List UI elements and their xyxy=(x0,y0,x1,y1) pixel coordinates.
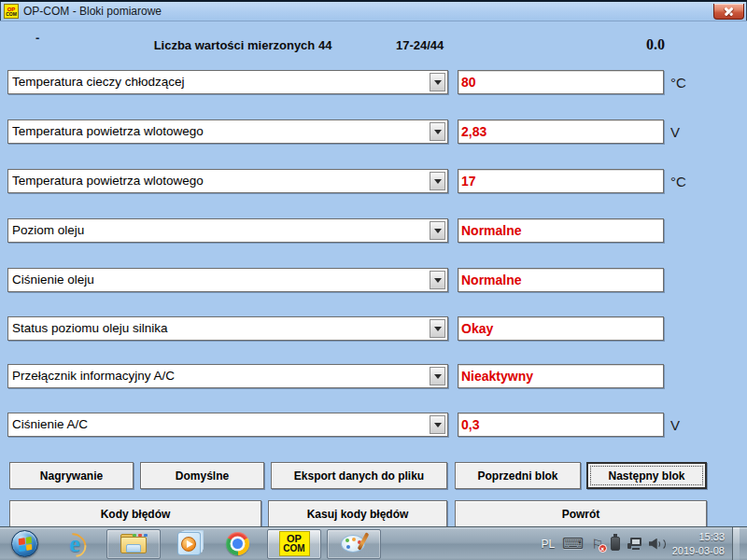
button-powr-t[interactable]: Powrót xyxy=(455,500,707,527)
parameter-dropdown[interactable]: Ciśnienie A/C xyxy=(7,413,448,437)
parameter-dropdown[interactable]: Poziom oleju xyxy=(7,218,448,243)
value-field[interactable]: Normalne xyxy=(458,218,664,243)
unit-label: V xyxy=(670,413,680,437)
parameter-dropdown[interactable]: Temperatura powietrza wlotowego xyxy=(7,169,448,193)
button-kody-b-d-w[interactable]: Kody błędów xyxy=(9,500,261,527)
header-dash: - xyxy=(35,31,39,45)
chevron-down-icon[interactable] xyxy=(430,367,445,385)
network-icon[interactable] xyxy=(627,538,641,550)
parameter-dropdown[interactable]: Przełącznik informacyjny A/C xyxy=(7,364,448,388)
media-player-icon xyxy=(177,532,201,555)
taskbar-item-windows-media-player[interactable] xyxy=(170,529,207,559)
taskbar: eOPCOM PL ⌨ ⚐x 15:33 2019-03-08 xyxy=(0,526,747,560)
value-text: Nieaktywny xyxy=(461,365,533,387)
measurement-row: Temperatura powietrza wlotowego17°C xyxy=(0,169,747,193)
button-nagrywanie[interactable]: Nagrywanie xyxy=(9,462,134,489)
parameter-dropdown-value: Temperatura powietrza wlotowego xyxy=(12,170,427,192)
unit-label: °C xyxy=(670,70,686,94)
header-extra-value: 0.0 xyxy=(616,36,665,53)
value-text: 17 xyxy=(461,170,476,192)
action-center-error-badge: x xyxy=(599,544,607,553)
value-field[interactable]: Nieaktywny xyxy=(458,364,664,388)
block-range-label: 17-24/44 xyxy=(396,38,444,52)
measurement-row: Temperatura cieczy chłodzącej80°C xyxy=(0,70,747,94)
window-title: OP-COM - Bloki pomiarowe xyxy=(23,5,162,18)
chevron-down-icon[interactable] xyxy=(430,122,445,141)
button-kasuj-kody-b-d-w[interactable]: Kasuj kody błędów xyxy=(268,500,447,527)
value-text: 0,3 xyxy=(461,413,479,436)
measurement-row: Ciśnienie A/C0,3V xyxy=(0,413,747,437)
chevron-down-icon[interactable] xyxy=(430,172,445,190)
button-poprzedni-blok[interactable]: Poprzedni blok xyxy=(455,462,581,489)
parameter-dropdown-value: Temperatura cieczy chłodzącej xyxy=(12,71,427,93)
chrome-icon xyxy=(226,532,249,555)
language-indicator[interactable]: PL xyxy=(541,538,555,551)
parameter-dropdown-value: Ciśnienie oleju xyxy=(12,269,427,291)
taskbar-item-paint[interactable] xyxy=(327,529,381,559)
folder-icon xyxy=(120,534,147,553)
value-field[interactable]: 0,3 xyxy=(458,413,664,437)
chevron-down-icon[interactable] xyxy=(430,73,445,91)
value-field[interactable]: 80 xyxy=(458,70,664,94)
parameter-dropdown-value: Ciśnienie A/C xyxy=(12,413,427,436)
measurement-row: Przełącznik informacyjny A/CNieaktywny xyxy=(0,364,747,388)
button-domy-lne[interactable]: Domyślne xyxy=(140,462,264,489)
parameter-dropdown[interactable]: Ciśnienie oleju xyxy=(7,268,448,292)
parameter-dropdown-value: Status poziomu oleju silnika xyxy=(12,317,427,340)
opcom-app-icon: OP COM xyxy=(4,4,19,19)
keyboard-icon[interactable]: ⌨ xyxy=(562,535,584,553)
taskbar-apps: eOPCOM xyxy=(0,527,385,560)
paint-icon xyxy=(341,533,367,554)
chevron-down-icon[interactable] xyxy=(430,271,445,289)
value-text: 80 xyxy=(461,71,476,93)
value-field[interactable]: Normalne xyxy=(458,268,664,292)
parameter-dropdown[interactable]: Temperatura cieczy chłodzącej xyxy=(7,70,448,94)
measurement-row: Temperatura powietrza wlotowego2,83V xyxy=(0,119,747,144)
chevron-down-icon[interactable] xyxy=(430,415,445,434)
value-field[interactable]: 2,83 xyxy=(458,119,664,144)
unit-label: V xyxy=(670,119,680,144)
title-bar: OP COM OP-COM - Bloki pomiarowe xyxy=(0,0,747,21)
taskbar-item-internet-explorer[interactable]: e xyxy=(56,529,93,559)
parameter-dropdown-value: Poziom oleju xyxy=(12,219,427,242)
value-field[interactable]: 17 xyxy=(458,169,664,193)
measurement-row: Ciśnienie olejuNormalne xyxy=(0,268,747,292)
chevron-down-icon[interactable] xyxy=(430,221,445,240)
battery-icon[interactable] xyxy=(611,537,620,551)
measured-count-label: Liczba wartości mierzonych 44 xyxy=(120,38,366,52)
button-nast-pny-blok[interactable]: Następny blok xyxy=(586,462,707,489)
clock-date: 2019-03-08 xyxy=(672,544,725,557)
value-field[interactable]: Okay xyxy=(458,316,664,341)
system-tray: PL ⌨ ⚐x 15:33 2019-03-08 xyxy=(541,527,747,560)
taskbar-item-start[interactable] xyxy=(6,529,43,559)
unit-label: °C xyxy=(670,169,686,193)
measurement-row: Status poziomu oleju silnikaOkay xyxy=(0,316,747,341)
app-icon-text-bottom: COM xyxy=(6,12,17,17)
parameter-dropdown-value: Przełącznik informacyjny A/C xyxy=(12,365,427,387)
taskbar-item-windows-explorer[interactable] xyxy=(106,529,161,559)
value-text: Normalne xyxy=(461,269,522,291)
measurement-row: Poziom olejuNormalne xyxy=(0,218,747,243)
parameter-dropdown[interactable]: Temperatura powietrza wlotowego xyxy=(7,119,448,144)
clock-time: 15:33 xyxy=(672,530,725,543)
chevron-down-icon[interactable] xyxy=(430,319,445,338)
internet-explorer-icon: e xyxy=(61,530,89,558)
opcom-icon: OPCOM xyxy=(279,531,310,556)
parameter-dropdown-value: Temperatura powietrza wlotowego xyxy=(12,120,427,143)
taskbar-item-op-com[interactable]: OPCOM xyxy=(267,529,321,559)
show-desktop-button[interactable] xyxy=(732,527,740,560)
parameter-dropdown[interactable]: Status poziomu oleju silnika xyxy=(7,316,448,341)
value-text: 2,83 xyxy=(461,120,486,143)
taskbar-item-google-chrome[interactable] xyxy=(218,529,256,559)
close-button[interactable] xyxy=(713,4,744,20)
close-icon xyxy=(725,7,733,16)
button-eksport-danych-do-pliku[interactable]: Eksport danych do pliku xyxy=(271,462,447,489)
volume-icon[interactable] xyxy=(649,538,665,551)
value-text: Okay xyxy=(461,317,493,340)
action-center-flag-icon[interactable]: ⚐x xyxy=(591,537,603,552)
windows-start-icon xyxy=(11,530,38,557)
value-text: Normalne xyxy=(461,219,522,242)
clock[interactable]: 15:33 2019-03-08 xyxy=(672,530,725,557)
